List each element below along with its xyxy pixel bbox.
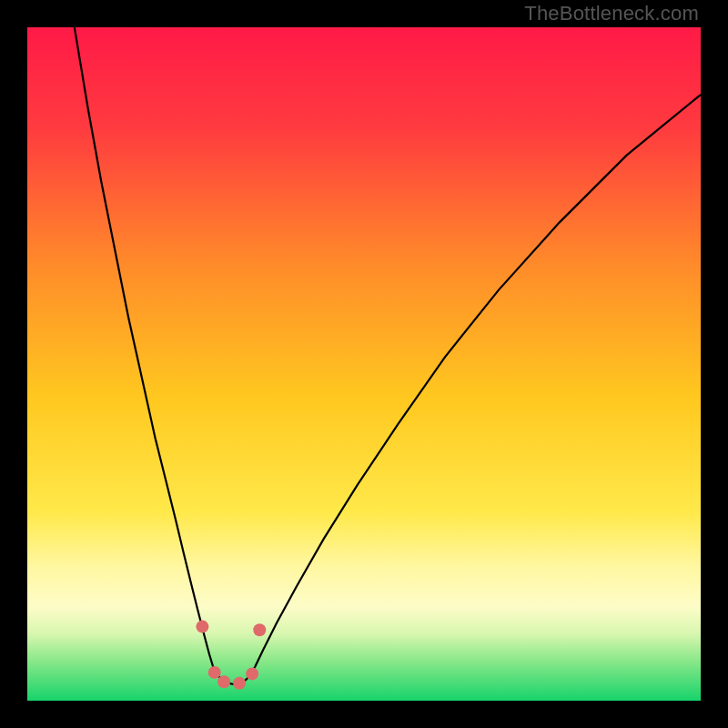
valley-marker	[217, 675, 230, 688]
gradient-background	[27, 27, 701, 701]
chart-frame	[27, 27, 701, 701]
valley-marker	[253, 623, 266, 636]
bottleneck-chart	[27, 27, 701, 701]
valley-marker	[233, 677, 246, 690]
valley-marker	[208, 666, 221, 679]
watermark-text: TheBottleneck.com	[524, 2, 699, 25]
valley-marker	[196, 621, 208, 633]
valley-marker	[246, 667, 258, 680]
